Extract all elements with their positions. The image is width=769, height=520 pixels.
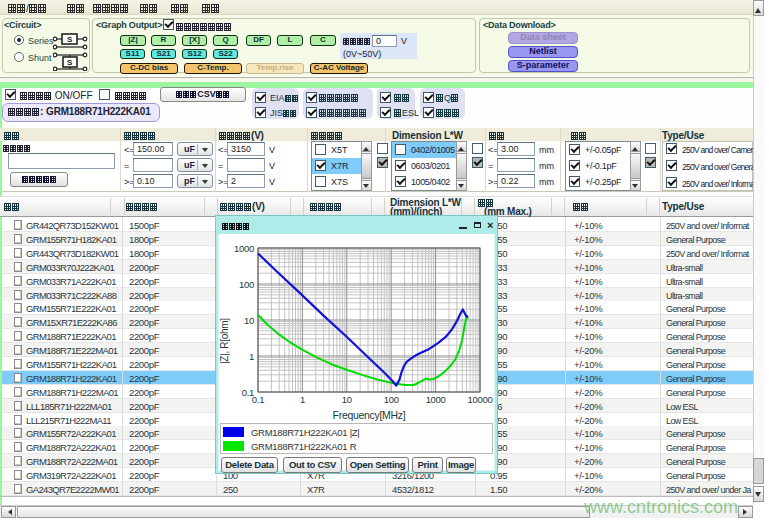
svg-text:S: S (67, 58, 73, 67)
svg-text:S: S (67, 35, 73, 44)
